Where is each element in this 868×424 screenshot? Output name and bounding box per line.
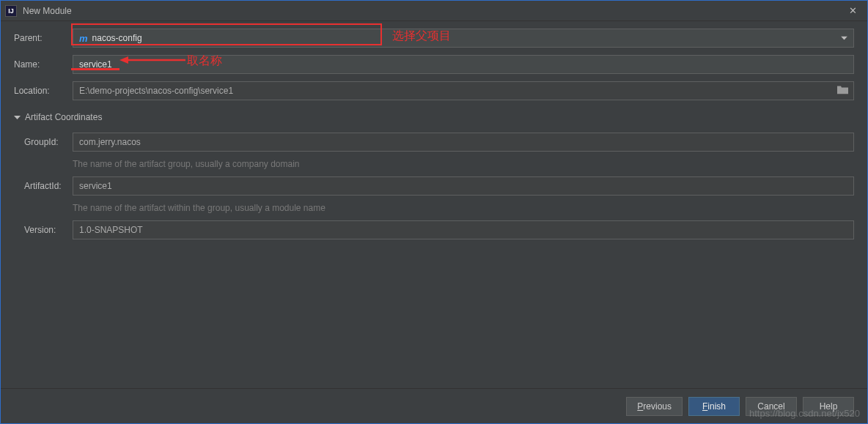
- previous-button[interactable]: Previous: [626, 397, 683, 416]
- titlebar: IJ New Module ✕: [1, 1, 867, 21]
- groupid-label: GroupId:: [24, 137, 73, 147]
- groupid-hint: The name of the artifact group, usually …: [73, 159, 854, 169]
- name-row: Name:: [14, 55, 854, 74]
- location-input[interactable]: [73, 81, 854, 100]
- groupid-input[interactable]: [73, 133, 854, 152]
- chevron-down-icon: [841, 37, 847, 40]
- artifactid-hint: The name of the artifact within the grou…: [73, 203, 854, 213]
- artifact-section: GroupId: The name of the artifact group,…: [14, 133, 854, 239]
- name-label: Name:: [14, 59, 73, 70]
- window-title: New Module: [23, 6, 842, 16]
- folder-icon[interactable]: [837, 86, 848, 97]
- name-input[interactable]: [73, 55, 854, 74]
- app-icon: IJ: [5, 5, 17, 17]
- finish-button[interactable]: Finish: [688, 397, 740, 416]
- artifact-coordinates-toggle[interactable]: Artifact Coordinates: [14, 112, 854, 122]
- parent-label: Parent:: [14, 33, 73, 43]
- version-label: Version:: [24, 225, 73, 235]
- section-title: Artifact Coordinates: [25, 112, 102, 122]
- parent-dropdown[interactable]: m nacos-config: [73, 29, 854, 48]
- version-row: Version:: [24, 220, 854, 239]
- version-input[interactable]: [73, 220, 854, 239]
- btn-finish-rest: inish: [707, 401, 726, 412]
- artifactid-label: ArtifactId:: [24, 181, 73, 191]
- maven-icon: m: [79, 33, 88, 44]
- cancel-button[interactable]: Cancel: [746, 397, 797, 416]
- artifactid-input[interactable]: [73, 176, 854, 196]
- chevron-down-icon: [14, 114, 21, 121]
- close-icon[interactable]: ✕: [842, 4, 863, 18]
- groupid-row: GroupId:: [24, 133, 854, 152]
- help-button[interactable]: Help: [803, 397, 854, 416]
- parent-value: nacos-config: [92, 33, 142, 43]
- location-label: Location:: [14, 86, 73, 96]
- dialog-content: Parent: m nacos-config Name: Location:: [1, 21, 867, 239]
- dialog-footer: Previous Finish Cancel Help: [1, 388, 867, 423]
- location-row: Location:: [14, 81, 854, 100]
- parent-row: Parent: m nacos-config: [14, 29, 854, 48]
- btn-prev-rest: revious: [643, 401, 672, 412]
- artifactid-row: ArtifactId:: [24, 176, 854, 196]
